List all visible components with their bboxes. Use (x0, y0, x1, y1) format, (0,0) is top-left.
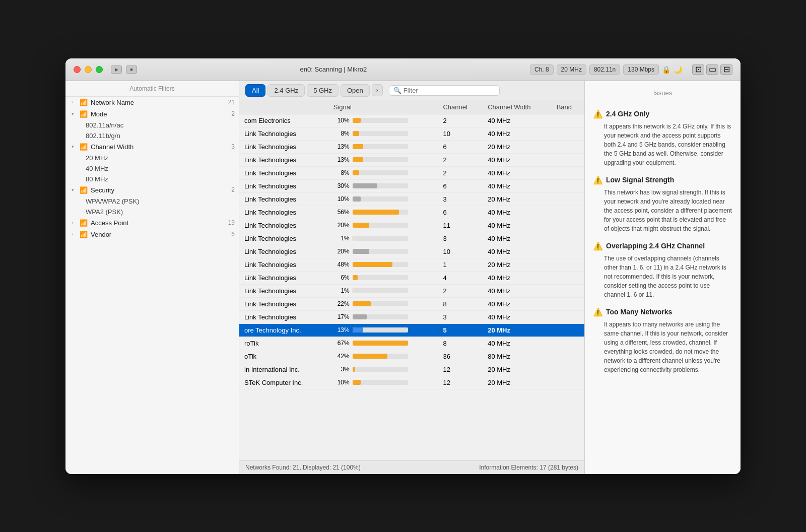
cell-channel: 2 (438, 153, 483, 166)
sidebar-item-channel-width[interactable]: ▾ 📶 Channel Width 3 (65, 141, 239, 153)
signal-bar-bg (353, 301, 408, 306)
cell-signal: 8% (328, 127, 438, 140)
table-row[interactable]: Link Technologies 8% 240 MHz (239, 166, 584, 179)
signal-percent: 20% (333, 222, 350, 229)
table-row[interactable]: Link Technologies 1% 240 MHz (239, 284, 584, 297)
table-row[interactable]: Link Technologies 1% 340 MHz (239, 232, 584, 245)
cell-signal: 30% (328, 179, 438, 192)
sidebar-item-vendor[interactable]: › 📶 Vendor 6 (65, 229, 239, 240)
window-title: en0: Scanning | Mikro2 (143, 65, 524, 73)
cell-name: oTik (239, 350, 328, 363)
table-row[interactable]: Link Technologies 8% 1040 MHz (239, 127, 584, 140)
cell-band (552, 245, 584, 258)
sidebar-item-80211anac[interactable]: 802.11a/n/ac (65, 120, 239, 130)
table-row[interactable]: Link Technologies 30% 640 MHz (239, 179, 584, 192)
table-row[interactable]: Link Technologies 17% 340 MHz (239, 310, 584, 323)
signal-percent: 10% (333, 117, 350, 124)
cell-channel: 6 (438, 179, 483, 192)
cell-signal: 13% (328, 153, 438, 166)
filter-count-access-point: 19 (228, 219, 235, 226)
cell-band (552, 127, 584, 140)
signal-bar-bg (353, 380, 408, 385)
table-row[interactable]: Link Technologies 13% 620 MHz (239, 140, 584, 153)
signal-bar-fill (353, 380, 361, 385)
sidebar-item-security[interactable]: ▾ 📶 Security 2 (65, 184, 239, 196)
table-row[interactable]: Link Technologies 48% 120 MHz (239, 258, 584, 271)
cell-width: 40 MHz (483, 153, 551, 166)
table-row[interactable]: Link Technologies 13% 240 MHz (239, 153, 584, 166)
view-btn-1[interactable]: ⊡ (692, 64, 704, 75)
sidebar-item-network-name[interactable]: › 📶 Network Name 21 (65, 97, 239, 108)
titlebar: ▶ ■ en0: Scanning | Mikro2 Ch. 8 20 MHz … (65, 58, 741, 81)
table-row[interactable]: Link Technologies 20% 1140 MHz (239, 219, 584, 232)
signal-bar-fill (353, 354, 387, 359)
filter-label-channel-width: Channel Width (91, 143, 229, 151)
issue-too-many: ⚠️ Too Many Networks It appears too many… (593, 307, 732, 374)
cell-band (552, 166, 584, 179)
tab-more[interactable]: › (372, 84, 383, 96)
wifi-icon: 📶 (80, 99, 88, 106)
sidebar-item-wpa-wpa2[interactable]: WPA/WPA2 (PSK) (65, 196, 239, 207)
table-row[interactable]: com Electronics 10% 240 MHz (239, 114, 584, 127)
col-channel[interactable]: Channel (438, 100, 483, 114)
filter-input[interactable] (404, 87, 495, 94)
issue-description: The use of overlapping channels (channel… (593, 254, 732, 299)
table-row[interactable]: Link Technologies 10% 320 MHz (239, 192, 584, 206)
table-row[interactable]: roTik 67% 840 MHz (239, 337, 584, 350)
signal-percent: 8% (333, 169, 350, 176)
main-layout: Automatic Filters › 📶 Network Name 21 ▾ … (65, 81, 741, 474)
close-button[interactable] (74, 66, 81, 73)
view-btn-3[interactable]: ⊟ (720, 64, 732, 75)
view-btn-2[interactable]: ▭ (706, 64, 718, 75)
sidebar-item-80211bgn[interactable]: 802.11b/g/n (65, 130, 239, 141)
cell-width: 80 MHz (483, 350, 551, 363)
cell-channel: 36 (438, 350, 483, 363)
col-signal[interactable]: Signal (328, 100, 438, 114)
tab-all[interactable]: All (245, 84, 265, 97)
cell-width: 40 MHz (483, 179, 551, 192)
cell-name: Link Technologies (239, 297, 328, 310)
tab-open[interactable]: Open (341, 84, 370, 97)
table-row[interactable]: Link Technologies 22% 840 MHz (239, 297, 584, 310)
cell-name: Link Technologies (239, 140, 328, 153)
sidebar-item-wpa2[interactable]: WPA2 (PSK) (65, 207, 239, 217)
sidebar: Automatic Filters › 📶 Network Name 21 ▾ … (65, 81, 239, 474)
sidebar-item-access-point[interactable]: › 📶 Access Point 19 (65, 217, 239, 229)
table-row[interactable]: Link Technologies 20% 1040 MHz (239, 245, 584, 258)
table-row[interactable]: ore Technology Inc. 13% 520 MHz (239, 323, 584, 337)
cell-band (552, 376, 584, 389)
col-width[interactable]: Channel Width (483, 100, 551, 114)
cell-signal: 22% (328, 297, 438, 310)
signal-bar-bg (353, 183, 408, 188)
play-button[interactable]: ▶ (111, 65, 122, 74)
sidebar-item-mode[interactable]: ▾ 📶 Mode 2 (65, 108, 239, 120)
cell-width: 20 MHz (483, 323, 551, 337)
minimize-button[interactable] (85, 66, 92, 73)
sidebar-item-20mhz[interactable]: 20 MHz (65, 153, 239, 163)
cell-width: 40 MHz (483, 310, 551, 323)
cell-channel: 2 (438, 166, 483, 179)
table-row[interactable]: STeK Computer Inc. 10% 1220 MHz (239, 376, 584, 389)
cell-signal: 48% (328, 258, 438, 271)
filter-label-vendor: Vendor (91, 231, 229, 238)
table-row[interactable]: Link Technologies 6% 440 MHz (239, 271, 584, 284)
stop-button[interactable]: ■ (126, 65, 137, 74)
tab-2.4ghz[interactable]: 2.4 GHz (267, 84, 305, 97)
cell-channel: 10 (438, 245, 483, 258)
signal-bar-fill (353, 196, 361, 202)
speed-pill: 130 Mbps (623, 64, 659, 75)
col-band[interactable]: Band (552, 100, 584, 114)
table-row[interactable]: oTik 42% 3680 MHz (239, 350, 584, 363)
table-row[interactable]: in International Inc. 3% 1220 MHz (239, 363, 584, 376)
content-area: All 2.4 GHz 5 GHz Open › 🔍 Signal (239, 81, 584, 474)
sidebar-item-80mhz[interactable]: 80 MHz (65, 174, 239, 184)
table-row[interactable]: Link Technologies 56% 640 MHz (239, 206, 584, 219)
sidebar-item-40mhz[interactable]: 40 MHz (65, 163, 239, 174)
fullscreen-button[interactable] (96, 66, 103, 73)
tab-5ghz[interactable]: 5 GHz (307, 84, 339, 97)
filter-count-vendor: 6 (231, 231, 235, 238)
signal-bar-bg (353, 314, 408, 319)
cell-width: 20 MHz (483, 140, 551, 153)
cell-band (552, 350, 584, 363)
signal-bar-fill (353, 314, 367, 319)
